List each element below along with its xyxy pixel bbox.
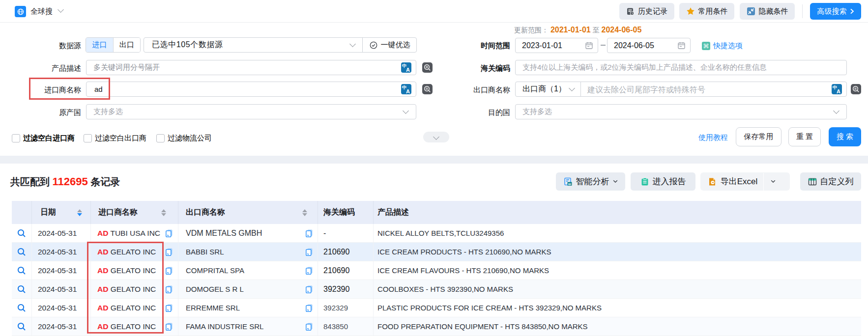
- svg-text:BI: BI: [568, 182, 571, 185]
